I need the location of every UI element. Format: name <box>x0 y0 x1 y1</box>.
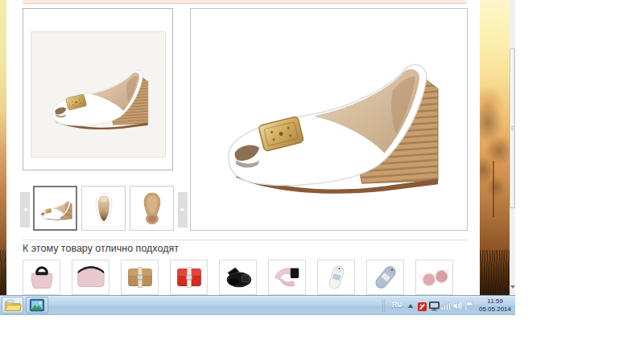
black-belt-image <box>221 262 256 293</box>
taskbar-image-viewer-button[interactable] <box>26 297 48 314</box>
windows-explorer-icon <box>3 297 23 314</box>
display-tray-icon[interactable] <box>429 302 440 311</box>
blue-gray-sock-image <box>368 262 403 293</box>
shoe-top-thumb-image <box>87 190 121 227</box>
gallery-prev-arrow-button[interactable]: ◄ <box>20 192 30 228</box>
pink-belt-image <box>270 262 305 293</box>
network-signal-tray-icon[interactable] <box>441 302 451 310</box>
action-center-flag-icon[interactable] <box>464 301 474 310</box>
tan-wallet-image <box>122 262 158 293</box>
desktop-wallpaper-right-sliver <box>480 0 510 295</box>
shoe-sole-thumb-image <box>135 190 169 227</box>
related-item-pink-clutch-case[interactable] <box>72 260 109 295</box>
related-item-red-wallet[interactable] <box>170 260 208 295</box>
pink-handbag-image <box>24 262 60 293</box>
desktop-wallpaper-left-sliver <box>0 0 6 295</box>
related-item-pink-belt[interactable] <box>268 260 306 295</box>
related-item-pink-handbag[interactable] <box>23 260 60 295</box>
scrollbar-down-arrow-icon[interactable] <box>510 285 515 289</box>
wallpaper-grass-texture <box>480 250 510 295</box>
show-hidden-icons-arrow-icon[interactable] <box>408 304 413 308</box>
kaspersky-tray-icon[interactable] <box>418 302 427 311</box>
gallery-thumbnail-side-view[interactable] <box>33 186 77 231</box>
related-items-heading: К этому товару отлично подходят <box>23 243 179 254</box>
pink-sunglasses-image <box>417 262 452 293</box>
product-preview-photo[interactable] <box>31 31 166 158</box>
related-item-blue-gray-sock[interactable] <box>366 260 404 295</box>
vertical-scrollbar[interactable] <box>510 0 515 295</box>
shoe-preview-image <box>38 53 159 140</box>
next-arrow-icon: ► <box>180 206 186 213</box>
volume-tray-icon[interactable] <box>452 302 463 310</box>
language-indicator[interactable]: RU <box>392 301 402 309</box>
webpage-content: ◄ ► К этому товару отлично подходят <box>6 0 480 295</box>
related-items-row <box>23 260 453 295</box>
gallery-thumbnail-sole-view[interactable] <box>130 186 174 231</box>
scrollbar-thumb[interactable] <box>510 48 515 208</box>
section-divider <box>23 240 469 240</box>
page-top-pink-banner <box>23 0 467 4</box>
screenshot-root: { "banner": { "color": "#fbe9e2" }, "gal… <box>0 0 644 361</box>
gallery-next-arrow-button[interactable]: ► <box>178 192 188 228</box>
related-item-pink-sunglasses[interactable] <box>415 260 453 295</box>
product-preview-box <box>23 8 173 170</box>
wallpaper-tree-trunk <box>493 161 494 217</box>
taskbar-clock[interactable]: 11:59 05.05.2014 <box>477 297 514 314</box>
related-item-black-belt[interactable] <box>219 260 257 295</box>
windows-taskbar: RU 11:59 05.05.2014 <box>0 295 515 315</box>
gallery-thumbnail-top-view[interactable] <box>81 186 126 231</box>
product-main-image-box[interactable] <box>190 8 468 231</box>
wallpaper-tree-silhouette <box>480 92 510 221</box>
pink-clutch-case-image <box>73 262 109 293</box>
shoe-main-image <box>197 28 461 215</box>
shoe-side-thumb-image <box>35 195 76 224</box>
prev-arrow-icon: ◄ <box>22 206 28 213</box>
clock-time: 11:59 <box>477 297 514 306</box>
related-item-tan-wallet[interactable] <box>121 260 159 295</box>
red-wallet-image <box>171 262 207 293</box>
wallpaper-grass-texture <box>0 250 6 295</box>
image-viewer-icon <box>27 297 47 314</box>
clock-date: 05.05.2014 <box>477 306 514 314</box>
scrollbar-thumb-grip <box>511 126 514 131</box>
taskbar-explorer-button[interactable] <box>2 297 23 314</box>
related-item-white-sock[interactable] <box>317 260 355 295</box>
white-sock-image <box>319 262 354 293</box>
taskbar-grip-handle[interactable] <box>382 299 386 313</box>
